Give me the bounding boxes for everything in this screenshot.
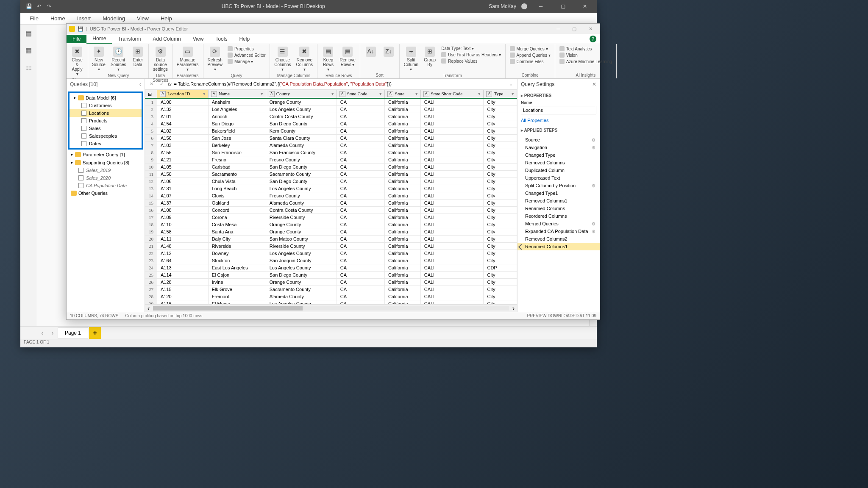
- close-icon[interactable]: ✕: [576, 0, 593, 13]
- applied-step[interactable]: Split Column by Position⚙: [517, 182, 600, 189]
- page-tab[interactable]: Page 1: [58, 327, 88, 338]
- manage-parameters-button[interactable]: ▭Manage Parameters ▾: [175, 46, 200, 72]
- applied-step[interactable]: Duplicated Column: [517, 166, 600, 174]
- table-row[interactable]: 26A128IrvineOrange CountyCACaliforniaCAL…: [145, 279, 517, 286]
- sort-desc-button[interactable]: Z↓: [381, 46, 397, 58]
- table-row[interactable]: 15A137OaklandAlameda CountyCACaliforniaC…: [145, 200, 517, 207]
- page-prev-icon[interactable]: ‹: [37, 328, 47, 338]
- group-by-button[interactable]: ⊞Group By: [422, 46, 438, 68]
- page-next-icon[interactable]: ›: [47, 328, 58, 338]
- tab-modeling[interactable]: Modeling: [97, 14, 130, 23]
- refresh-preview-button[interactable]: ⟳Refresh Preview ▾: [206, 46, 225, 72]
- tab-view[interactable]: View: [132, 14, 154, 23]
- keep-rows-button[interactable]: ▤Keep Rows ▾: [320, 46, 336, 72]
- table-row[interactable]: 8A155San FranciscoSan Francisco CountyCA…: [145, 149, 517, 156]
- applied-step[interactable]: Source⚙: [517, 136, 600, 144]
- table-row[interactable]: 9A121FresnoFresno CountyCACaliforniaCALI…: [145, 156, 517, 164]
- table-row[interactable]: 25A114El CajonSan Diego CountyCACaliforn…: [145, 272, 517, 279]
- data-grid[interactable]: ⊞ALocation ID▾AName▾ACounty▾AState Code▾…: [145, 90, 517, 304]
- table-row[interactable]: 19A158Santa AnaOrange CountyCACalifornia…: [145, 228, 517, 236]
- applied-step[interactable]: Changed Type: [517, 151, 600, 159]
- table-row[interactable]: 11A150SacramentoSacramento CountyCACalif…: [145, 171, 517, 178]
- tab-help[interactable]: Help: [156, 14, 177, 23]
- applied-step[interactable]: Removed Columns1: [517, 197, 600, 205]
- first-row-headers-button[interactable]: Use First Row as Headers ▾: [440, 52, 502, 58]
- accept-formula-icon[interactable]: ✓: [158, 80, 165, 88]
- table-row[interactable]: 7A103BerkeleyAlameda CountyCACaliforniaC…: [145, 142, 517, 149]
- recent-sources-button[interactable]: 🕑Recent Sources ▾: [108, 46, 128, 72]
- table-row[interactable]: 6A156San JoseSanta Clara CountyCACalifor…: [145, 135, 517, 142]
- all-properties-link[interactable]: All Properties: [517, 116, 600, 125]
- pq-close-icon[interactable]: ✕: [584, 25, 597, 33]
- avatar-icon[interactable]: [521, 3, 527, 9]
- folder-data-model[interactable]: ▸Data Model [6]: [70, 94, 142, 102]
- query-capop[interactable]: CA Population Data: [67, 182, 145, 189]
- table-row[interactable]: 18A110Costa MesaOrange CountyCACaliforni…: [145, 221, 517, 228]
- choose-columns-button[interactable]: ☰Choose Columns ▾: [273, 46, 292, 72]
- close-apply-button[interactable]: ✖Close & Apply ▾: [69, 46, 85, 77]
- pq-minimize-icon[interactable]: ─: [551, 25, 565, 33]
- user-name[interactable]: Sam McKay: [489, 3, 516, 9]
- table-row[interactable]: 28A120FremontAlameda CountyCACaliforniaC…: [145, 293, 517, 300]
- merge-queries-button[interactable]: Merge Queries ▾: [508, 46, 552, 52]
- query-name-input[interactable]: [521, 106, 596, 114]
- data-view-icon[interactable]: ▦: [24, 45, 34, 55]
- advanced-editor-button[interactable]: Advanced Editor: [226, 52, 267, 58]
- table-corner[interactable]: ⊞: [145, 90, 157, 99]
- applied-step[interactable]: Navigation⚙: [517, 144, 600, 151]
- pq-tab-home[interactable]: Home: [86, 34, 112, 44]
- table-row[interactable]: 21A148RiversideRiverside CountyCACalifor…: [145, 243, 517, 250]
- applied-step[interactable]: Reordered Columns: [517, 212, 600, 220]
- table-row[interactable]: 16A108ConcordContra Costa CountyCACalifo…: [145, 207, 517, 214]
- manage-button[interactable]: Manage ▾: [226, 58, 267, 64]
- cancel-formula-icon[interactable]: ✕: [147, 80, 155, 88]
- vision-button[interactable]: Vision: [558, 52, 614, 58]
- table-row[interactable]: 27A115Elk GroveSacramento CountyCACalifo…: [145, 286, 517, 293]
- minimize-icon[interactable]: ─: [532, 0, 549, 13]
- scroll-left-icon[interactable]: ‹: [147, 305, 150, 312]
- folder-supporting[interactable]: ▸Supporting Queries [3]: [67, 158, 145, 166]
- tab-home[interactable]: Home: [45, 14, 70, 23]
- pq-tab-addcolumn[interactable]: Add Column: [147, 35, 187, 43]
- add-page-button[interactable]: +: [89, 327, 101, 339]
- query-sales[interactable]: Sales: [70, 125, 142, 132]
- applied-step[interactable]: Uppercased Text: [517, 174, 600, 182]
- remove-rows-button[interactable]: ▤Remove Rows ▾: [338, 46, 357, 68]
- table-row[interactable]: 14A107ClovisFresno CountyCACaliforniaCAL…: [145, 192, 517, 200]
- text-analytics-button[interactable]: Text Analytics: [558, 46, 614, 52]
- table-row[interactable]: 20A111Daly CitySan Mateo CountyCACalifor…: [145, 236, 517, 243]
- pq-tab-transform[interactable]: Transform: [112, 35, 147, 43]
- expand-formula-icon[interactable]: ⌄: [507, 80, 515, 88]
- pq-tab-file[interactable]: File: [67, 35, 86, 43]
- table-row[interactable]: 22A112DowneyLos Angeles CountyCACaliforn…: [145, 250, 517, 257]
- table-row[interactable]: 10A105CarlsbadSan Diego CountyCACaliforn…: [145, 164, 517, 171]
- collapse-icon[interactable]: ‹: [139, 81, 141, 87]
- horizontal-scrollbar[interactable]: ‹ ›: [145, 304, 517, 312]
- properties-button[interactable]: Properties: [226, 46, 267, 52]
- pq-tab-view[interactable]: View: [187, 35, 210, 43]
- query-dates[interactable]: Dates: [70, 140, 142, 147]
- column-header[interactable]: ACounty▾: [266, 90, 337, 99]
- column-header[interactable]: AState▾: [385, 90, 421, 99]
- fx-icon[interactable]: fx: [168, 82, 172, 87]
- column-header[interactable]: ALocation ID▾: [157, 90, 209, 99]
- table-row[interactable]: 3A101AntiochContra Costa CountyCACalifor…: [145, 113, 517, 120]
- query-sales2020[interactable]: Sales_2020: [67, 174, 145, 182]
- applied-step[interactable]: Expanded CA Population Data⚙: [517, 227, 600, 235]
- scroll-right-icon[interactable]: ›: [512, 305, 515, 312]
- applied-step[interactable]: Renamed Columns: [517, 205, 600, 212]
- formula-text[interactable]: = Table.RenameColumns(#"Removed Columns2…: [174, 81, 504, 87]
- help-icon[interactable]: ?: [590, 36, 596, 42]
- query-salespeoples[interactable]: Salespeoples: [70, 132, 142, 140]
- query-products[interactable]: Products: [70, 117, 142, 125]
- pq-tab-tools[interactable]: Tools: [209, 35, 233, 43]
- applied-step[interactable]: Changed Type1: [517, 189, 600, 197]
- applied-step[interactable]: Merged Queries⚙: [517, 220, 600, 227]
- data-source-settings-button[interactable]: ⚙Data source settings: [151, 46, 169, 72]
- tab-insert[interactable]: Insert: [72, 14, 96, 23]
- table-row[interactable]: 2A132Los AngelesLos Angeles CountyCACali…: [145, 106, 517, 113]
- column-header[interactable]: AState Code▾: [337, 90, 384, 99]
- applied-step[interactable]: Removed Columns: [517, 159, 600, 166]
- close-settings-icon[interactable]: ✕: [592, 81, 596, 87]
- sort-asc-button[interactable]: A↓: [363, 46, 379, 58]
